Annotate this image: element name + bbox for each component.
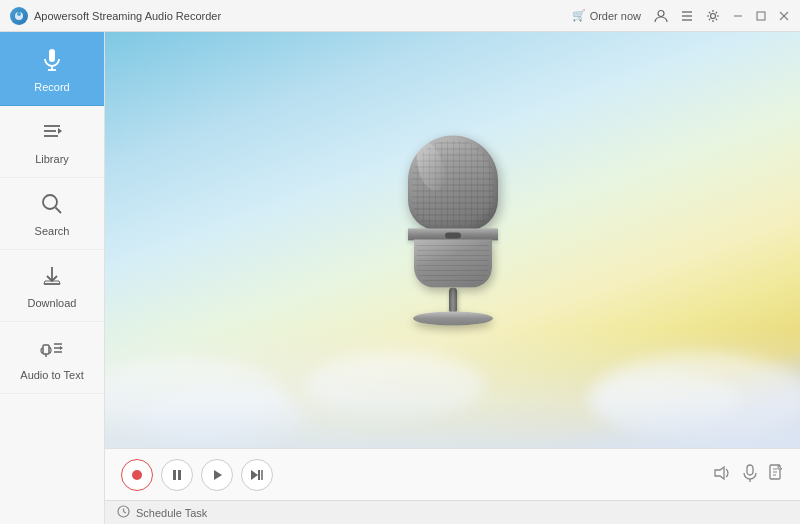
schedule-task-label[interactable]: Schedule Task <box>136 507 207 519</box>
svg-marker-27 <box>251 470 258 480</box>
sidebar-item-library[interactable]: Library <box>0 106 104 178</box>
skip-button[interactable] <box>241 459 273 491</box>
mic-base <box>413 312 493 326</box>
play-icon <box>211 469 223 481</box>
svg-rect-25 <box>178 470 181 480</box>
user-icon[interactable] <box>653 8 669 24</box>
search-icon <box>40 192 64 220</box>
svg-point-6 <box>711 13 716 18</box>
titlebar: Apowersoft Streaming Audio Recorder 🛒 Or… <box>0 0 800 32</box>
maximize-button[interactable] <box>754 9 767 22</box>
svg-point-17 <box>43 195 57 209</box>
titlebar-icons <box>653 8 790 24</box>
record-label: Record <box>34 81 69 93</box>
sidebar-item-download[interactable]: Download <box>0 250 104 322</box>
sidebar-item-search[interactable]: Search <box>0 178 104 250</box>
app-title: Apowersoft Streaming Audio Recorder <box>34 10 572 22</box>
play-button[interactable] <box>201 459 233 491</box>
volume-icon[interactable] <box>714 465 732 484</box>
file-icon[interactable] <box>768 464 784 485</box>
list-icon[interactable] <box>679 8 695 24</box>
library-label: Library <box>35 153 69 165</box>
minimize-button[interactable] <box>731 9 744 22</box>
cart-icon: 🛒 <box>572 9 586 22</box>
settings-icon[interactable] <box>705 8 721 24</box>
record-button[interactable] <box>121 459 153 491</box>
mic-head <box>408 136 498 231</box>
clouds-bottom <box>105 328 800 448</box>
sidebar: Record Library Search <box>0 32 105 524</box>
svg-line-39 <box>124 512 127 514</box>
titlebar-actions: 🛒 Order now <box>572 8 790 24</box>
svg-rect-11 <box>49 49 55 62</box>
record-dot-icon <box>132 470 142 480</box>
statusbar: Schedule Task <box>105 500 800 524</box>
mic-body-lower <box>414 240 492 288</box>
download-label: Download <box>28 297 77 309</box>
svg-rect-31 <box>747 465 753 475</box>
svg-point-2 <box>658 10 664 16</box>
order-now-label: Order now <box>590 10 641 22</box>
svg-rect-8 <box>757 12 765 20</box>
mic-stem <box>449 288 457 314</box>
app-logo <box>10 7 28 25</box>
svg-point-1 <box>17 12 21 16</box>
svg-rect-24 <box>173 470 176 480</box>
microphone-graphic <box>398 136 508 326</box>
pause-icon <box>171 469 183 481</box>
svg-marker-30 <box>715 467 724 479</box>
clock-icon <box>117 505 130 520</box>
close-button[interactable] <box>777 9 790 22</box>
search-label: Search <box>35 225 70 237</box>
transport-controls <box>121 459 273 491</box>
pause-button[interactable] <box>161 459 193 491</box>
order-now-button[interactable]: 🛒 Order now <box>572 9 641 22</box>
audio-to-text-label: Audio to Text <box>20 369 83 381</box>
skip-icon <box>250 469 264 481</box>
svg-line-18 <box>56 208 62 214</box>
sidebar-item-record[interactable]: Record <box>0 32 104 106</box>
library-icon <box>40 120 64 148</box>
controls-bar <box>105 448 800 500</box>
microphone-icon[interactable] <box>742 464 758 485</box>
download-icon <box>40 264 64 292</box>
svg-marker-26 <box>214 470 222 480</box>
record-icon <box>39 46 65 76</box>
svg-rect-19 <box>43 345 49 354</box>
content-area: Schedule Task <box>105 32 800 524</box>
right-controls <box>714 464 784 485</box>
main-view <box>105 32 800 448</box>
sidebar-item-audio-to-text[interactable]: Audio to Text <box>0 322 104 394</box>
audio-to-text-icon <box>40 336 64 364</box>
app-body: Record Library Search <box>0 32 800 524</box>
